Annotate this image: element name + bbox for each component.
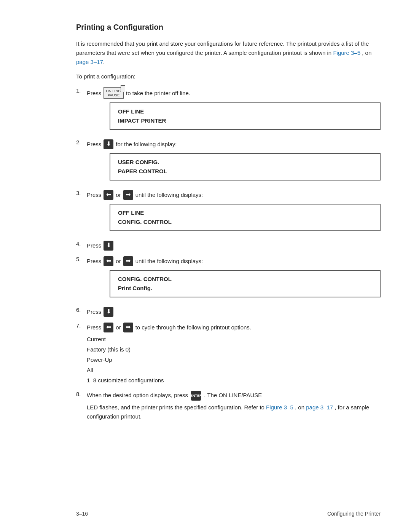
step-7-number: 7.: [76, 322, 87, 329]
step-3-number: 3.: [76, 190, 87, 196]
figure-link-1[interactable]: Figure 3–5: [333, 50, 360, 56]
step-2-content: Press ⬇ for the following display: USER …: [87, 139, 381, 184]
step-7-press: Press: [87, 322, 101, 332]
step-4-press: Press: [87, 240, 101, 251]
step-3-or: or: [116, 190, 121, 200]
enter-btn-8[interactable]: ENTER: [191, 391, 201, 401]
step-8-number: 8.: [76, 391, 87, 397]
step-6-number: 6.: [76, 307, 87, 313]
page-title: Printing a Configuration: [76, 23, 381, 32]
left-arrow-btn-7[interactable]: ⬅: [104, 323, 113, 332]
option-current: Current: [87, 334, 381, 344]
left-arrow-btn-3[interactable]: ⬅: [104, 190, 113, 200]
step-8-sub: LED flashes, and the printer prints the …: [87, 403, 381, 421]
right-arrow-btn-5[interactable]: ➡: [123, 256, 133, 266]
page-footer: 3–16 Configuring the Printer: [0, 511, 411, 517]
display-offline-impact: OFF LINE IMPACT PRINTER: [110, 102, 381, 130]
step-5-number: 5.: [76, 256, 87, 262]
step-5-content: Press ⬅ or ➡ until the following display…: [87, 256, 381, 301]
step-1-content: Press ON LINE/PAUSE to take the printer …: [87, 87, 381, 134]
display-config-control: CONFIG. CONTROL Print Config.: [110, 270, 381, 297]
step-8-content: When the desired option displays, press …: [87, 391, 381, 421]
step-8-after: . The ON LINE/PAUSE: [204, 392, 262, 398]
page-link-1[interactable]: page 3–17: [76, 59, 103, 65]
step-2: 2. Press ⬇ for the following display: US…: [76, 139, 381, 184]
option-factory: Factory (this is 0): [87, 344, 381, 355]
step-6-content: Press ⬇: [87, 307, 381, 317]
step-6: 6. Press ⬇: [76, 307, 381, 317]
step-5: 5. Press ⬅ or ➡ until the following disp…: [76, 256, 381, 301]
down-arrow-btn-2[interactable]: ⬇: [104, 139, 113, 149]
step-4: 4. Press ⬇: [76, 240, 381, 251]
page-link-2[interactable]: page 3–17: [306, 404, 333, 411]
down-arrow-btn-4[interactable]: ⬇: [104, 241, 113, 251]
step-1-after: to take the printer off line.: [126, 88, 190, 98]
option-customized: 1–8 customized configurations: [87, 375, 381, 385]
intro-paragraph: It is recommended that you print and sto…: [76, 39, 381, 67]
footer-page-number: 3–16: [76, 511, 88, 517]
steps-container: 1. Press ON LINE/PAUSE to take the print…: [76, 87, 381, 421]
step-1-press: Press: [87, 88, 101, 98]
step-2-number: 2.: [76, 139, 87, 145]
step-7: 7. Press ⬅ or ➡ to cycle through the fol…: [76, 322, 381, 385]
step-4-content: Press ⬇: [87, 240, 381, 251]
step-7-after: to cycle through the following printout …: [135, 322, 251, 332]
figure-link-2[interactable]: Figure 3–5: [266, 404, 293, 411]
step-7-or: or: [116, 322, 121, 332]
step-1-number: 1.: [76, 87, 87, 94]
display-user-config: USER CONFIG. PAPER CONTROL: [110, 153, 381, 181]
online-pause-button[interactable]: ON LINE/PAUSE: [104, 87, 124, 99]
step-3: 3. Press ⬅ or ➡ until the following disp…: [76, 190, 381, 235]
right-arrow-btn-3[interactable]: ➡: [123, 190, 133, 200]
step-8: 8. When the desired option displays, pre…: [76, 391, 381, 421]
step-5-press: Press: [87, 256, 101, 266]
right-arrow-btn-7[interactable]: ➡: [123, 323, 133, 332]
step-2-after: for the following display:: [116, 139, 177, 149]
step-3-press: Press: [87, 190, 101, 200]
step-5-after: until the following displays:: [135, 256, 203, 266]
printout-options-list: Current Factory (this is 0) Power-Up All…: [87, 334, 381, 385]
step-6-press: Press: [87, 307, 101, 317]
step-2-press: Press: [87, 139, 101, 149]
step-1: 1. Press ON LINE/PAUSE to take the print…: [76, 87, 381, 134]
left-arrow-btn-5[interactable]: ⬅: [104, 256, 113, 266]
footer-section-title: Configuring the Printer: [327, 511, 381, 517]
step-3-content: Press ⬅ or ➡ until the following display…: [87, 190, 381, 235]
option-all: All: [87, 365, 381, 375]
to-print-label: To print a configuration:: [76, 72, 381, 81]
down-arrow-btn-6[interactable]: ⬇: [104, 307, 113, 317]
option-powerup: Power-Up: [87, 355, 381, 365]
step-8-text: When the desired option displays, press: [87, 392, 188, 398]
step-3-after: until the following displays:: [135, 190, 203, 200]
display-offline-config: OFF LINE CONFIG. CONTROL: [110, 204, 381, 231]
step-4-number: 4.: [76, 240, 87, 247]
step-5-or: or: [116, 256, 121, 266]
step-7-content: Press ⬅ or ➡ to cycle through the follow…: [87, 322, 381, 385]
